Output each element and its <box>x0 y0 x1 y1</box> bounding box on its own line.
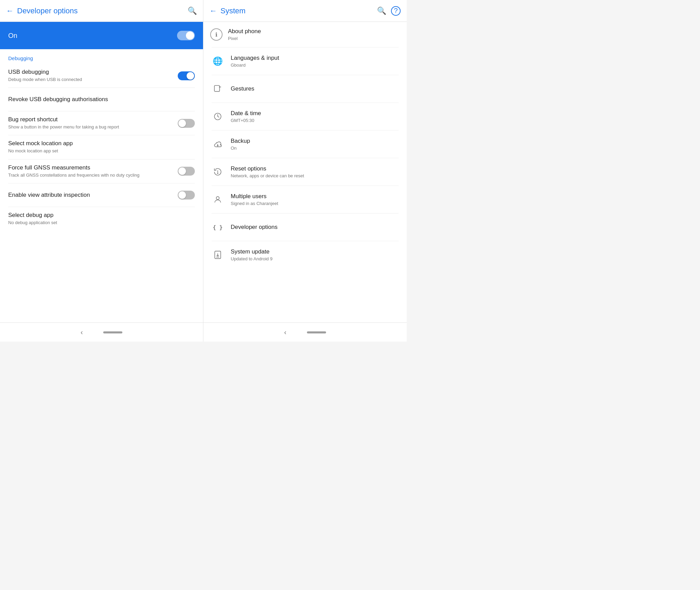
gnss-toggle-thumb <box>178 167 186 175</box>
gestures-text: Gestures <box>231 85 400 92</box>
left-header: ← Developer options 🔍 <box>0 0 203 22</box>
on-label: On <box>8 32 17 40</box>
on-toggle-thumb <box>186 31 194 40</box>
developer-options-text: Developer options <box>231 224 400 231</box>
bug-report-row[interactable]: Bug report shortcut Show a button in the… <box>0 111 203 135</box>
on-toggle[interactable] <box>177 31 195 40</box>
usb-debugging-text: USB debugging Debug mode when USB is con… <box>8 69 172 83</box>
about-phone-item[interactable]: ℹ About phone Pixel <box>203 22 407 47</box>
right-nav-pill <box>307 331 326 333</box>
about-phone-title: About phone <box>228 28 400 35</box>
usb-toggle-thumb <box>187 72 194 80</box>
gnss-row[interactable]: Force full GNSS measurements Track all G… <box>0 160 203 183</box>
multiple-users-item[interactable]: Multiple users Signed in as Charanjeet <box>203 186 407 213</box>
date-time-text: Date & time GMT+05:30 <box>231 110 400 123</box>
debug-app-row[interactable]: Select debug app No debug application se… <box>0 207 203 231</box>
system-update-item[interactable]: System update Updated to Android 9 <box>203 241 407 269</box>
info-icon: ℹ <box>210 28 223 41</box>
usb-debugging-subtitle: Debug mode when USB is connected <box>8 77 172 83</box>
date-time-item[interactable]: Date & time GMT+05:30 <box>203 103 407 130</box>
languages-item[interactable]: 🌐 Languages & input Gboard <box>203 47 407 75</box>
system-update-title: System update <box>231 248 400 255</box>
developer-icon: { } <box>210 220 225 235</box>
reset-options-item[interactable]: Reset options Network, apps or device ca… <box>203 158 407 186</box>
mock-location-title: Select mock location app <box>8 140 195 147</box>
date-time-title: Date & time <box>231 110 400 117</box>
backup-item[interactable]: Backup On <box>203 131 407 158</box>
gnss-text: Force full GNSS measurements Track all G… <box>8 164 172 178</box>
right-header-title: System <box>220 6 372 15</box>
view-attribute-title: Enable view attribute inspection <box>8 192 172 198</box>
revoke-usb-text: Revoke USB debugging authorisations <box>8 96 195 103</box>
date-time-subtitle: GMT+05:30 <box>231 118 400 123</box>
clock-icon <box>210 109 225 124</box>
usb-debugging-toggle[interactable] <box>178 71 195 80</box>
left-panel: ← Developer options 🔍 On Debugging USB d… <box>0 0 203 342</box>
usb-debugging-row[interactable]: USB debugging Debug mode when USB is con… <box>0 64 203 87</box>
on-toggle-row[interactable]: On <box>0 22 203 49</box>
gestures-item[interactable]: Gestures <box>203 75 407 102</box>
left-nav-bar: ‹ <box>0 323 203 342</box>
mock-location-row[interactable]: Select mock location app No mock locatio… <box>0 135 203 159</box>
developer-options-title: Developer options <box>231 224 400 231</box>
bug-toggle-thumb <box>178 120 186 127</box>
globe-icon: 🌐 <box>210 54 225 69</box>
left-header-title: Developer options <box>17 6 183 15</box>
developer-options-item[interactable]: { } Developer options <box>203 214 407 241</box>
left-nav-pill <box>103 331 122 333</box>
right-nav-bar: ‹ <box>203 323 407 342</box>
system-update-subtitle: Updated to Android 9 <box>231 256 400 261</box>
view-attribute-row[interactable]: Enable view attribute inspection <box>0 183 203 207</box>
backup-subtitle: On <box>231 146 400 151</box>
multiple-users-text: Multiple users Signed in as Charanjeet <box>231 193 400 206</box>
multiple-users-subtitle: Signed in as Charanjeet <box>231 201 400 206</box>
debug-app-title: Select debug app <box>8 212 195 219</box>
languages-subtitle: Gboard <box>231 63 400 68</box>
right-back-button[interactable]: ← <box>210 6 217 15</box>
svg-point-1 <box>219 86 220 87</box>
gnss-toggle[interactable] <box>178 167 195 176</box>
system-update-text: System update Updated to Android 9 <box>231 248 400 261</box>
backup-icon <box>210 137 225 152</box>
backup-text: Backup On <box>231 138 400 151</box>
bug-report-text: Bug report shortcut Show a button in the… <box>8 116 172 130</box>
reset-options-title: Reset options <box>231 165 400 172</box>
debugging-section-label: Debugging <box>0 49 203 64</box>
left-nav-chevron[interactable]: ‹ <box>81 328 83 336</box>
left-back-button[interactable]: ← <box>6 6 14 15</box>
right-search-icon[interactable]: 🔍 <box>377 6 386 15</box>
svg-point-4 <box>217 173 218 174</box>
right-help-icon[interactable]: ? <box>391 6 401 16</box>
multiple-users-title: Multiple users <box>231 193 400 200</box>
view-attribute-text: Enable view attribute inspection <box>8 192 172 198</box>
gnss-subtitle: Track all GNSS constellations and freque… <box>8 172 172 178</box>
user-icon <box>210 192 225 207</box>
revoke-usb-row[interactable]: Revoke USB debugging authorisations <box>0 88 203 111</box>
usb-debugging-title: USB debugging <box>8 69 172 76</box>
languages-title: Languages & input <box>231 55 400 61</box>
bug-report-toggle[interactable] <box>178 119 195 128</box>
gestures-icon <box>210 81 225 96</box>
view-attribute-toggle[interactable] <box>178 191 195 200</box>
bug-report-subtitle: Show a button in the power menu for taki… <box>8 124 172 130</box>
svg-rect-0 <box>214 85 219 91</box>
gestures-title: Gestures <box>231 85 400 92</box>
mock-location-subtitle: No mock location app set <box>8 148 195 154</box>
svg-point-5 <box>216 196 219 200</box>
revoke-usb-title: Revoke USB debugging authorisations <box>8 96 195 103</box>
update-icon <box>210 247 225 262</box>
languages-text: Languages & input Gboard <box>231 55 400 68</box>
reset-options-subtitle: Network, apps or device can be reset <box>231 173 400 178</box>
right-nav-chevron[interactable]: ‹ <box>284 328 286 336</box>
about-phone-subtitle: Pixel <box>228 36 400 41</box>
debug-app-text: Select debug app No debug application se… <box>8 212 195 226</box>
left-search-icon[interactable]: 🔍 <box>188 6 197 15</box>
about-phone-text: About phone Pixel <box>228 28 400 41</box>
reset-options-text: Reset options Network, apps or device ca… <box>231 165 400 178</box>
right-panel: ← System 🔍 ? ℹ About phone Pixel 🌐 Langu… <box>203 0 407 342</box>
view-attr-toggle-thumb <box>178 191 186 199</box>
backup-title: Backup <box>231 138 400 145</box>
debug-app-subtitle: No debug application set <box>8 220 195 226</box>
right-header: ← System 🔍 ? <box>203 0 407 22</box>
reset-icon <box>210 164 225 179</box>
